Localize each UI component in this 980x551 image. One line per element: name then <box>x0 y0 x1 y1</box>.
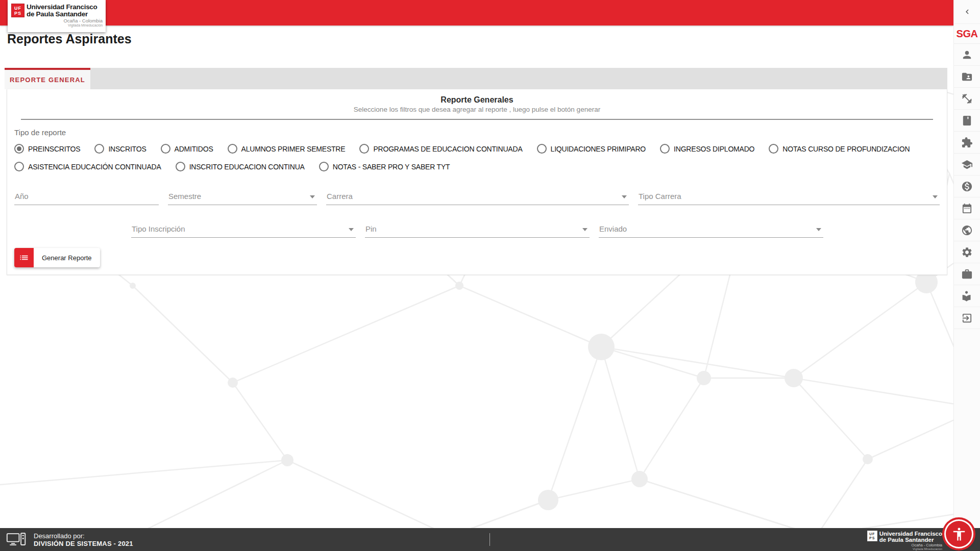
book-icon <box>961 115 973 127</box>
calendar-icon <box>961 203 973 214</box>
radio-icon <box>769 144 778 154</box>
university-name-line1: Universidad Francisco <box>27 4 103 11</box>
radio-icon <box>176 162 185 171</box>
accessibility-person-icon <box>951 527 967 542</box>
sidebar-item-logout[interactable] <box>954 307 980 329</box>
ufps-emblem-icon: UFPS <box>11 4 24 17</box>
radio-programas-educacion-continuada[interactable]: PROGRAMAS DE EDUCACION CONTINUADA <box>359 144 522 154</box>
page-title: Reportes Aspirantes <box>7 32 132 46</box>
generate-report-button[interactable]: Generar Reporte <box>14 248 100 267</box>
sidebar-item-book[interactable] <box>954 110 980 132</box>
university-logo-text: Universidad Francisco de Paula Santander… <box>27 4 103 28</box>
field-carrera[interactable]: Carrera <box>326 186 629 205</box>
puzzle-icon <box>961 137 973 148</box>
developed-by-line2: DIVISIÓN DE SISTEMAS - 2021 <box>34 540 133 547</box>
dropdown-arrow-icon <box>933 195 938 198</box>
top-red-bar <box>0 0 953 26</box>
sidebar-item-fitness[interactable] <box>954 88 980 110</box>
exit-icon <box>961 312 973 324</box>
radio-icon <box>537 144 547 154</box>
graduation-cap-icon <box>961 159 973 170</box>
list-icon <box>14 248 34 267</box>
dollar-circle-icon <box>961 181 973 192</box>
radio-ingresos-diplomado[interactable]: INGRESOS DIPLOMADO <box>660 144 754 154</box>
sidebar-item-monetization[interactable] <box>954 176 980 197</box>
generate-report-label: Generar Reporte <box>34 248 100 267</box>
radio-asistencia-educacion-continuada[interactable]: ASISTENCIA EDUCACIÓN CONTINUADA <box>14 162 161 171</box>
footer-logo-text: Universidad Francisco de Paula Santander… <box>879 531 942 551</box>
radio-selected-icon <box>14 144 24 154</box>
dumbbell-icon <box>961 93 973 105</box>
radio-admitidos[interactable]: ADMITIDOS <box>161 144 213 154</box>
filters-row-2: Tipo Inscripción Pin Enviado <box>131 218 940 238</box>
university-logo: UFPS Universidad Francisco de Paula Sant… <box>8 0 106 32</box>
right-sidebar: SGA <box>953 0 980 528</box>
person-icon <box>961 49 973 61</box>
field-tipo-carrera[interactable]: Tipo Carrera <box>638 186 940 205</box>
briefcase-icon <box>961 268 973 280</box>
field-pin[interactable]: Pin <box>365 218 590 238</box>
report-type-label: Tipo de reporte <box>14 128 947 137</box>
globe-icon <box>961 224 973 236</box>
dropdown-arrow-icon <box>310 195 315 198</box>
radio-alumnos-primer-semestre[interactable]: ALUMNOS PRIMER SEMESTRE <box>228 144 346 154</box>
radio-notas-curso-profundizacion[interactable]: NOTAS CURSO DE PROFUNDIZACION <box>769 144 910 154</box>
developed-by-line1: Desarrollado por: <box>34 532 133 540</box>
sidebar-item-person[interactable] <box>954 44 980 66</box>
filters-row-1: Año Semestre Carrera Tipo Carrera <box>14 186 940 205</box>
sidebar-item-folder-shared[interactable] <box>954 66 980 88</box>
divider <box>21 119 933 120</box>
radio-icon <box>14 162 24 171</box>
accessibility-button[interactable] <box>944 519 973 548</box>
university-name-line2: de Paula Santander <box>27 11 103 18</box>
footer-developer: Desarrollado por: DIVISIÓN DE SISTEMAS -… <box>6 532 133 547</box>
collapse-sidebar-button[interactable] <box>954 0 980 23</box>
dropdown-arrow-icon <box>349 228 354 231</box>
sidebar-item-library[interactable] <box>954 285 980 307</box>
radio-icon <box>161 144 170 154</box>
sidebar-item-work[interactable] <box>954 263 980 285</box>
dropdown-arrow-icon <box>816 228 821 231</box>
report-type-row-1: PREINSCRITOS INSCRITOS ADMITIDOS ALUMNOS… <box>14 144 940 154</box>
field-ano[interactable]: Año <box>14 186 159 205</box>
gear-icon <box>961 246 973 258</box>
radio-inscritos[interactable]: INSCRITOS <box>94 144 146 154</box>
sidebar-item-school[interactable] <box>954 154 980 176</box>
panel-subtitle: Seleccione los filtros que desea agregar… <box>7 106 947 113</box>
footer-university-logo: UFPS Universidad Francisco de Paula Sant… <box>867 531 942 551</box>
footer-divider <box>489 533 490 546</box>
sidebar-item-settings[interactable] <box>954 241 980 263</box>
panel-title: Reporte Generales <box>7 89 947 105</box>
chevron-left-icon <box>963 7 972 16</box>
university-vigilada: Vigilada Mineducación <box>27 23 103 28</box>
report-type-row-2: ASISTENCIA EDUCACIÓN CONTINUADA INSCRITO… <box>14 162 940 171</box>
radio-inscrito-educacion-continua[interactable]: INSCRITO EDUCACION CONTINUA <box>176 162 305 171</box>
field-tipo-inscripcion[interactable]: Tipo Inscripción <box>131 218 356 238</box>
field-enviado[interactable]: Enviado <box>599 218 823 238</box>
library-icon <box>961 290 973 302</box>
radio-icon <box>359 144 369 154</box>
computer-icon <box>6 532 27 547</box>
university-location: Ocaña - Colombia <box>27 18 103 23</box>
tab-bar: REPORTE GENERAL <box>5 68 947 89</box>
tab-reporte-general[interactable]: REPORTE GENERAL <box>5 68 90 89</box>
radio-icon <box>228 144 237 154</box>
report-panel: Reporte Generales Seleccione los filtros… <box>7 89 947 275</box>
sidebar-item-globe[interactable] <box>954 219 980 241</box>
dropdown-arrow-icon <box>582 228 587 231</box>
dropdown-arrow-icon <box>622 195 627 198</box>
radio-liquidaciones-primiparo[interactable]: LIQUIDACIONES PRIMIPARO <box>537 144 646 154</box>
sidebar-item-calendar[interactable] <box>954 197 980 219</box>
footer: Desarrollado por: DIVISIÓN DE SISTEMAS -… <box>0 528 980 551</box>
sga-brand: SGA <box>954 23 980 44</box>
radio-notas-saber-pro-tyt[interactable]: NOTAS - SABER PRO Y SABER TYT <box>319 162 450 171</box>
field-semestre[interactable]: Semestre <box>168 186 317 205</box>
radio-icon <box>94 144 104 154</box>
radio-icon <box>660 144 670 154</box>
sidebar-item-extension[interactable] <box>954 132 980 154</box>
radio-preinscritos[interactable]: PREINSCRITOS <box>14 144 80 154</box>
ufps-emblem-icon: UFPS <box>867 531 877 541</box>
radio-icon <box>319 162 329 171</box>
folder-shared-icon <box>961 71 973 83</box>
